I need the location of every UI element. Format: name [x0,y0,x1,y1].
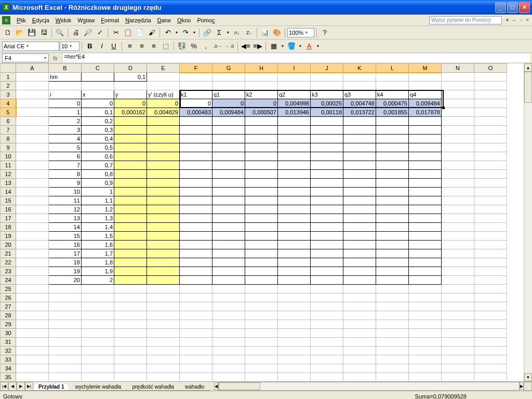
cell-J12[interactable] [311,170,343,179]
cell-O33[interactable] [474,355,507,364]
cell-I25[interactable] [278,285,311,294]
cell-D4[interactable]: 0 [114,99,147,108]
scroll-thumb-h[interactable] [219,382,260,390]
tab-prev-button[interactable]: ◀ [8,382,17,391]
cell-H8[interactable] [245,135,278,143]
cell-O22[interactable] [474,258,507,267]
row-header-10[interactable]: 10 [1,152,16,161]
cell-O26[interactable] [474,294,507,302]
row-header-15[interactable]: 15 [1,196,16,205]
cell-D18[interactable] [114,223,147,232]
cell-N1[interactable] [442,73,474,82]
cell-F10[interactable] [180,152,212,161]
cell-B15[interactable]: 11 [49,196,82,205]
cell-M2[interactable] [409,82,442,90]
cell-L19[interactable] [376,232,409,241]
cell-E28[interactable] [147,311,180,320]
cell-E30[interactable] [147,329,180,338]
row-header-33[interactable]: 33 [1,355,16,364]
cell-E1[interactable] [147,73,180,82]
cell-I19[interactable] [278,232,311,241]
cell-H9[interactable] [245,143,278,152]
cell-D2[interactable] [114,82,147,90]
cell-E18[interactable] [147,223,180,232]
cell-I21[interactable] [278,249,311,258]
cell-D16[interactable] [114,205,147,214]
cell-F7[interactable] [180,126,212,135]
cell-E7[interactable] [147,126,180,135]
cell-E8[interactable] [147,135,180,143]
cell-L9[interactable] [376,143,409,152]
cell-M31[interactable] [409,338,442,347]
select-all-corner[interactable] [1,64,16,73]
cell-K34[interactable] [343,364,376,373]
cell-O20[interactable] [474,241,507,249]
cell-E35[interactable] [147,373,180,382]
cell-A27[interactable] [16,302,49,311]
cell-K10[interactable] [343,152,376,161]
cell-N35[interactable] [442,373,474,382]
help-button[interactable]: ? [319,27,330,38]
cell-H34[interactable] [245,364,278,373]
inc-indent-button[interactable]: ≡▶ [252,41,263,52]
cell-K1[interactable] [343,73,376,82]
cell-D26[interactable] [114,294,147,302]
cell-I11[interactable] [278,161,311,170]
cell-K26[interactable] [343,294,376,302]
cell-L15[interactable] [376,196,409,205]
cell-F21[interactable] [180,249,212,258]
maximize-button[interactable]: □ [507,2,518,13]
cell-M18[interactable] [409,223,442,232]
cell-D27[interactable] [114,302,147,311]
cell-M22[interactable] [409,258,442,267]
cell-O35[interactable] [474,373,507,382]
cell-A9[interactable] [16,143,49,152]
cell-K35[interactable] [343,373,376,382]
cell-H32[interactable] [245,347,278,355]
col-header-H[interactable]: H [245,64,278,73]
italic-button[interactable]: I [96,41,108,52]
cell-F4[interactable]: 0 [180,99,212,108]
cell-J5[interactable]: 0,00118 [311,108,343,117]
cell-K24[interactable] [343,276,376,285]
cell-H31[interactable] [245,338,278,347]
cell-L20[interactable] [376,241,409,249]
cell-A6[interactable] [16,117,49,126]
row-header-30[interactable]: 30 [1,329,16,338]
cell-O24[interactable] [474,276,507,285]
align-left-button[interactable]: ≡ [124,41,136,52]
cell-A31[interactable] [16,338,49,347]
cell-E29[interactable] [147,320,180,329]
cell-G24[interactable] [212,276,245,285]
row-header-3[interactable]: 3 [1,90,16,99]
cell-E14[interactable] [147,188,180,196]
cell-G25[interactable] [212,285,245,294]
cell-A30[interactable] [16,329,49,338]
cell-G30[interactable] [212,329,245,338]
cell-O19[interactable] [474,232,507,241]
font-color-button[interactable]: A [303,41,315,52]
cell-O5[interactable] [474,108,507,117]
cell-G28[interactable] [212,311,245,320]
row-header-25[interactable]: 25 [1,285,16,294]
cell-E19[interactable] [147,232,180,241]
cell-G35[interactable] [212,373,245,382]
cell-K16[interactable] [343,205,376,214]
row-header-35[interactable]: 35 [1,373,16,382]
cell-N3[interactable] [442,90,474,99]
sheet-tab-4[interactable]: wahadło [179,383,210,391]
cell-C12[interactable]: 0,8 [82,170,114,179]
cell-N27[interactable] [442,302,474,311]
cell-E27[interactable] [147,302,180,311]
cell-B28[interactable] [49,311,82,320]
cell-C27[interactable] [82,302,114,311]
cell-B19[interactable]: 15 [49,232,82,241]
cut-button[interactable]: ✂ [110,27,122,38]
cell-L35[interactable] [376,373,409,382]
cell-K11[interactable] [343,161,376,170]
cell-N34[interactable] [442,364,474,373]
cell-M6[interactable] [409,117,442,126]
drawing-button[interactable]: 🎨 [271,27,283,38]
cell-A23[interactable] [16,267,49,276]
cell-M35[interactable] [409,373,442,382]
